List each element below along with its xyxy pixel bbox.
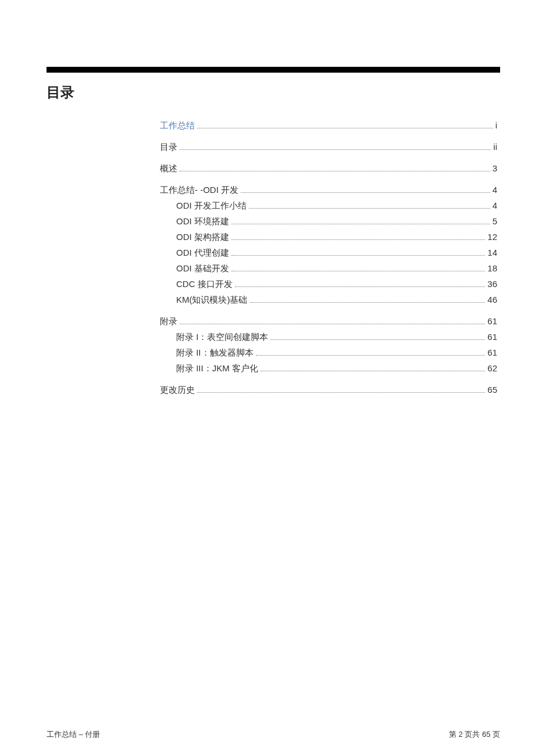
toc-label: ODI 代理创建 (176, 246, 229, 259)
toc-leader-dots (249, 208, 490, 209)
toc-page-number: 5 (493, 215, 497, 227)
toc-row: 附录 I：表空间创建脚本61 (160, 331, 497, 343)
toc-page-number: 14 (487, 246, 497, 259)
toc-leader-dots (231, 271, 485, 271)
toc-page-number: ii (493, 141, 497, 153)
page-title: 目录 (47, 83, 500, 102)
toc-leader-dots (231, 224, 490, 224)
toc-leader-dots (197, 128, 493, 128)
toc-label: 工作总结- -ODI 开发 (160, 184, 238, 196)
toc-label: 附录 III：JKM 客户化 (176, 362, 258, 374)
toc-label: 概述 (160, 162, 177, 174)
toc-leader-dots (231, 255, 485, 256)
toc-row[interactable]: 工作总结i (160, 119, 497, 131)
toc-label: ODI 环境搭建 (176, 215, 229, 227)
toc-leader-dots (235, 286, 486, 287)
toc-page-number: 46 (487, 293, 497, 306)
toc-row: 附录 II：触发器脚本61 (160, 346, 497, 359)
toc-leader-dots (241, 192, 490, 193)
toc-row: ODI 基础开发18 (160, 262, 497, 274)
toc-leader-dots (261, 371, 485, 371)
toc-page-number: 12 (487, 231, 497, 243)
toc-row: KM(知识模块)基础46 (160, 293, 497, 306)
toc-row: 概述3 (160, 162, 497, 174)
toc-leader-dots (231, 239, 485, 240)
toc-row: ODI 代理创建14 (160, 246, 497, 259)
toc-leader-dots (180, 171, 490, 171)
toc-row: 更改历史65 (160, 384, 497, 396)
toc-row: 目录ii (160, 141, 497, 153)
toc-row: ODI 环境搭建5 (160, 215, 497, 227)
page-footer: 工作总结 – 付册 第 2 页共 65 页 (47, 729, 500, 740)
toc-label: 目录 (160, 141, 177, 153)
toc-label: ODI 基础开发 (176, 262, 229, 274)
toc-row: 附录 III：JKM 客户化62 (160, 362, 497, 374)
toc-page-number: 36 (487, 278, 497, 290)
toc-label: 附录 (160, 315, 177, 327)
toc-leader-dots (180, 324, 485, 324)
footer-left: 工作总结 – 付册 (47, 729, 100, 740)
toc-page-number: 3 (493, 162, 497, 174)
toc-label: 附录 II：触发器脚本 (176, 346, 254, 359)
toc-label: ODI 开发工作小结 (176, 199, 247, 212)
toc-page-number: 61 (487, 331, 497, 343)
toc-leader-dots (256, 355, 486, 356)
toc-row: ODI 架构搭建12 (160, 231, 497, 243)
toc-row: ODI 开发工作小结4 (160, 199, 497, 212)
toc-label: ODI 架构搭建 (176, 231, 229, 243)
top-rule (47, 67, 500, 73)
toc-label: KM(知识模块)基础 (176, 293, 248, 306)
toc-page-number: i (495, 119, 497, 131)
toc-leader-dots (180, 149, 491, 150)
table-of-contents: 工作总结i目录ii概述3工作总结- -ODI 开发4ODI 开发工作小结4ODI… (160, 119, 497, 396)
document-page: 目录 工作总结i目录ii概述3工作总结- -ODI 开发4ODI 开发工作小结4… (0, 0, 535, 756)
toc-row: 附录61 (160, 315, 497, 327)
toc-page-number: 65 (487, 384, 497, 396)
toc-leader-dots (197, 392, 485, 393)
toc-label: CDC 接口开发 (176, 278, 233, 290)
toc-label[interactable]: 工作总结 (160, 119, 195, 131)
toc-page-number: 61 (487, 315, 497, 327)
toc-page-number: 4 (493, 184, 497, 196)
toc-leader-dots (250, 302, 486, 303)
toc-row: 工作总结- -ODI 开发4 (160, 184, 497, 196)
toc-leader-dots (270, 339, 485, 340)
toc-label: 附录 I：表空间创建脚本 (176, 331, 268, 343)
toc-label: 更改历史 (160, 384, 195, 396)
toc-page-number: 62 (487, 362, 497, 374)
toc-page-number: 61 (487, 346, 497, 359)
toc-row: CDC 接口开发36 (160, 278, 497, 290)
footer-right: 第 2 页共 65 页 (449, 729, 500, 740)
toc-page-number: 18 (487, 262, 497, 274)
toc-page-number: 4 (493, 199, 497, 212)
